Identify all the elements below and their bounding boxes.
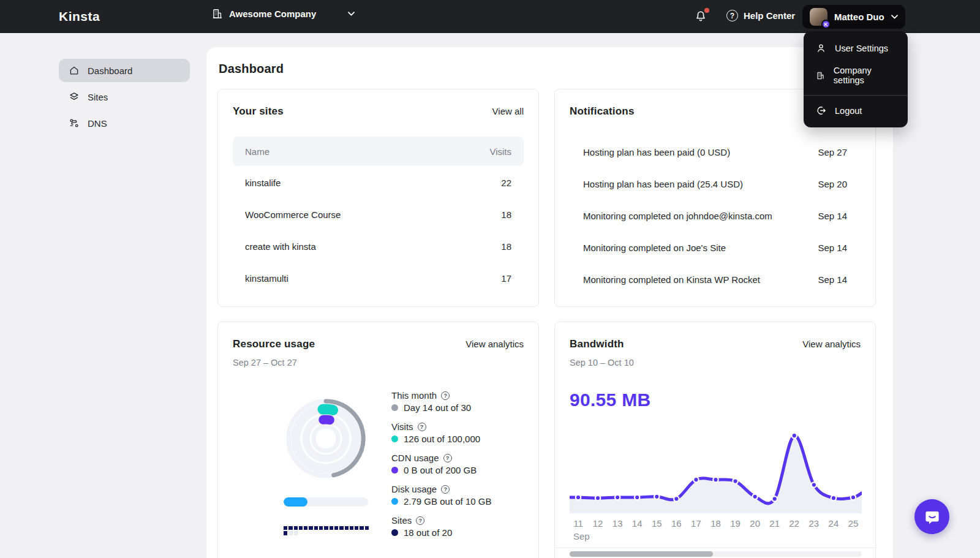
data-point-dot [615, 495, 620, 500]
x-tick-label: 11 [573, 518, 583, 529]
view-analytics-resource-link[interactable]: View analytics [466, 339, 524, 349]
site-segment [334, 526, 338, 530]
table-row[interactable]: create with kinsta 18 [233, 240, 524, 252]
legend-label: Visits [391, 421, 413, 432]
sidebar-item-label: Sites [88, 92, 108, 102]
disk-usage-progress-bar [284, 497, 368, 507]
legend-group-sites: Sites? 18 out of 20 [391, 515, 491, 538]
unread-indicator-dot [704, 8, 709, 13]
legend-dot [391, 435, 398, 442]
question-circle-icon[interactable]: ? [443, 454, 452, 462]
list-item[interactable]: Hosting plan has been paid (25.4 USD) Se… [570, 178, 861, 190]
bandwidth-card: Bandwidth View analytics Sep 10 – Oct 10… [554, 322, 876, 558]
legend-label: This month [391, 390, 437, 401]
x-tick-label: 17 [691, 518, 701, 529]
resource-legend: This month? Day 14 out of 30 Visits? 126… [391, 390, 491, 546]
notifications-bell-button[interactable] [694, 9, 710, 25]
legend-dot [391, 467, 398, 473]
table-row[interactable]: WooCommerce Course 18 [233, 208, 524, 221]
x-tick-label: 25 [848, 518, 859, 529]
list-item[interactable]: Monitoring completed on Joe's Site Sep 1… [570, 241, 861, 254]
logout-icon [816, 105, 826, 116]
sidebar-item-dashboard[interactable]: Dashboard [59, 59, 190, 82]
site-segment [288, 531, 292, 535]
site-segment [345, 526, 349, 530]
kinsta-logo[interactable]: Kinsta [59, 9, 100, 24]
list-item[interactable]: Monitoring completed on Kinsta WP Rocket… [570, 273, 861, 285]
question-circle-icon[interactable]: ? [441, 391, 450, 400]
site-segment [288, 526, 292, 530]
site-name: kinstamulti [245, 273, 288, 284]
column-name: Name [245, 146, 270, 157]
data-point-dot [674, 496, 679, 501]
site-segment [339, 526, 343, 530]
chat-bubble-icon [924, 509, 940, 525]
site-segment [319, 526, 323, 530]
notification-date: Sep 14 [818, 211, 847, 221]
menu-item-logout[interactable]: Logout [804, 99, 908, 122]
divider [555, 548, 875, 548]
menu-item-user-settings[interactable]: User Settings [804, 37, 908, 59]
data-point-dot [733, 478, 737, 483]
legend-label: CDN usage [391, 453, 439, 463]
help-center-button[interactable]: ? Help Center [726, 10, 795, 21]
notification-text: Monitoring completed on Joe's Site [583, 243, 726, 253]
site-segment [324, 526, 328, 530]
legend-group-this-month: This month? Day 14 out of 30 [391, 390, 491, 413]
visits-arc [323, 409, 333, 410]
menu-item-label: Company settings [834, 66, 895, 85]
chat-launcher-button[interactable] [914, 499, 949, 534]
table-row[interactable]: kinstamulti 17 [233, 272, 524, 284]
site-segment [299, 526, 303, 530]
data-point-dot [792, 433, 797, 438]
resource-donut-chart [283, 396, 369, 481]
chart-scrollbar[interactable] [570, 551, 862, 557]
question-circle-icon[interactable]: ? [416, 516, 424, 525]
list-item[interactable]: Hosting plan has been paid (0 USD) Sep 2… [570, 146, 861, 158]
legend-group-disk-usage: Disk usage? 2.79 GB out of 10 GB [391, 483, 491, 507]
help-center-label: Help Center [744, 10, 795, 21]
x-tick-label: 13 [612, 518, 623, 529]
site-segment [314, 526, 318, 530]
card-title: Resource usage [233, 338, 315, 350]
scrollbar-thumb[interactable] [570, 551, 713, 557]
data-point-dot [752, 494, 757, 499]
legend-group-cdn-usage: CDN usage? 0 B out of 200 GB [391, 452, 491, 476]
menu-item-company-settings[interactable]: Company settings [804, 59, 908, 91]
menu-item-label: User Settings [835, 43, 888, 53]
sidebar-item-label: DNS [88, 118, 107, 129]
legend-label: Sites [391, 515, 412, 526]
sidebar-item-dns[interactable]: DNS [59, 111, 190, 135]
view-all-sites-link[interactable]: View all [492, 106, 524, 116]
avatar-company-badge: K [821, 20, 831, 29]
list-item[interactable]: Monitoring completed on johndoe@kinsta.c… [570, 209, 861, 222]
view-analytics-bandwidth-link[interactable]: View analytics [802, 339, 861, 349]
card-title: Notifications [570, 105, 635, 118]
user-menu-trigger[interactable]: K Matteo Duo [802, 5, 905, 29]
legend-value: Day 14 out of 30 [404, 402, 471, 413]
table-row[interactable]: kinstalife 22 [233, 176, 524, 189]
page-title: Dashboard [219, 62, 284, 76]
resource-date-range: Sep 27 – Oct 27 [233, 358, 297, 368]
company-selector[interactable]: Awesome Company [211, 8, 355, 20]
sidebar-item-sites[interactable]: Sites [59, 85, 190, 108]
bandwidth-total: 90.55 MB [570, 390, 650, 410]
sidebar: Dashboard Sites DNS [59, 59, 190, 138]
dns-network-icon [69, 118, 80, 129]
data-point-dot [595, 496, 600, 500]
legend-value: 126 out of 100,000 [404, 434, 480, 444]
chevron-down-icon [891, 15, 898, 19]
menu-item-label: Logout [835, 106, 862, 116]
legend-dot [391, 498, 398, 505]
site-name: WooCommerce Course [245, 209, 341, 220]
legend-dot [391, 404, 398, 411]
legend-dot [391, 529, 398, 536]
bandwidth-line-chart [570, 421, 862, 513]
site-segment [294, 526, 298, 530]
question-circle-icon[interactable]: ? [418, 423, 426, 431]
legend-value: 2.79 GB out of 10 GB [404, 496, 491, 507]
legend-group-visits: Visits? 126 out of 100,000 [391, 421, 491, 445]
question-circle-icon[interactable]: ? [441, 485, 450, 494]
site-segment [330, 526, 333, 530]
building-icon [816, 70, 825, 81]
